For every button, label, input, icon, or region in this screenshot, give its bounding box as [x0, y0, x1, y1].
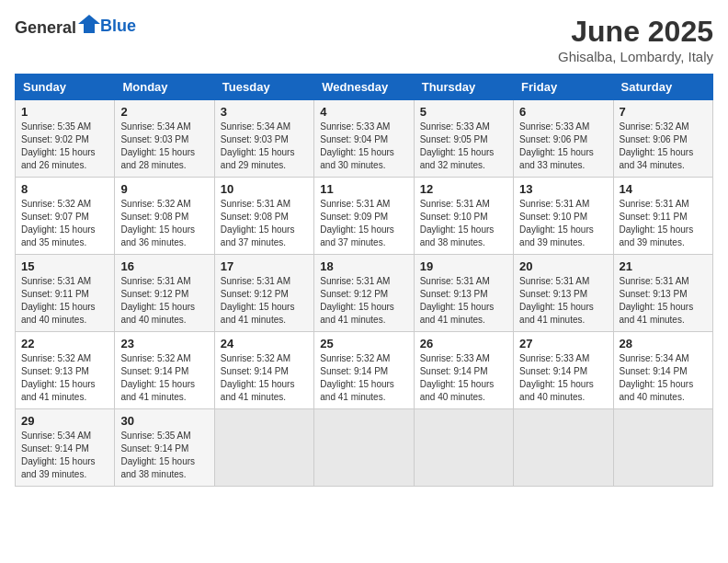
day-number: 11: [320, 182, 407, 196]
day-info: Sunrise: 5:33 AMSunset: 9:04 PMDaylight:…: [320, 121, 407, 172]
calendar-week-3: 15Sunrise: 5:31 AMSunset: 9:11 PMDayligh…: [16, 255, 713, 332]
day-number: 25: [320, 337, 407, 350]
day-number: 22: [21, 337, 108, 350]
calendar-cell: 4Sunrise: 5:33 AMSunset: 9:04 PMDaylight…: [314, 100, 414, 178]
day-number: 12: [420, 182, 507, 196]
logo-icon: [78, 15, 100, 33]
calendar-cell: 16Sunrise: 5:31 AMSunset: 9:12 PMDayligh…: [115, 255, 214, 332]
header-tuesday: Tuesday: [214, 75, 313, 100]
calendar-cell: 19Sunrise: 5:31 AMSunset: 9:13 PMDayligh…: [414, 255, 513, 332]
day-info: Sunrise: 5:34 AMSunset: 9:14 PMDaylight:…: [620, 352, 707, 404]
calendar-cell: [613, 409, 712, 487]
header-sunday: Sunday: [16, 75, 115, 100]
calendar-cell: 20Sunrise: 5:31 AMSunset: 9:13 PMDayligh…: [514, 255, 613, 332]
calendar-cell: [414, 409, 513, 487]
day-number: 24: [221, 337, 308, 350]
day-info: Sunrise: 5:32 AMSunset: 9:13 PMDaylight:…: [21, 352, 108, 404]
day-info: Sunrise: 5:32 AMSunset: 9:08 PMDaylight:…: [120, 198, 208, 249]
day-info: Sunrise: 5:34 AMSunset: 9:03 PMDaylight:…: [120, 121, 208, 172]
day-info: Sunrise: 5:33 AMSunset: 9:14 PMDaylight:…: [519, 352, 607, 404]
logo: General Blue: [15, 15, 136, 38]
day-info: Sunrise: 5:31 AMSunset: 9:13 PMDaylight:…: [519, 275, 607, 327]
calendar-cell: 22Sunrise: 5:32 AMSunset: 9:13 PMDayligh…: [16, 332, 115, 409]
calendar-cell: 15Sunrise: 5:31 AMSunset: 9:11 PMDayligh…: [16, 255, 115, 332]
day-info: Sunrise: 5:31 AMSunset: 9:08 PMDaylight:…: [221, 198, 308, 249]
calendar-cell: 17Sunrise: 5:31 AMSunset: 9:12 PMDayligh…: [214, 255, 313, 332]
header-monday: Monday: [115, 75, 214, 100]
day-info: Sunrise: 5:31 AMSunset: 9:12 PMDaylight:…: [120, 275, 208, 327]
day-number: 29: [21, 414, 108, 428]
day-number: 13: [519, 182, 607, 196]
day-number: 18: [320, 259, 407, 273]
calendar-cell: 27Sunrise: 5:33 AMSunset: 9:14 PMDayligh…: [514, 332, 613, 409]
day-info: Sunrise: 5:31 AMSunset: 9:12 PMDaylight:…: [221, 275, 308, 327]
logo-general: General: [15, 18, 76, 37]
day-number: 15: [21, 259, 108, 273]
day-info: Sunrise: 5:31 AMSunset: 9:13 PMDaylight:…: [620, 275, 707, 327]
day-number: 10: [221, 182, 308, 196]
day-info: Sunrise: 5:32 AMSunset: 9:07 PMDaylight:…: [21, 198, 108, 249]
calendar-cell: 14Sunrise: 5:31 AMSunset: 9:11 PMDayligh…: [613, 178, 712, 255]
calendar-cell: 5Sunrise: 5:33 AMSunset: 9:05 PMDaylight…: [414, 100, 513, 178]
day-info: Sunrise: 5:32 AMSunset: 9:14 PMDaylight:…: [320, 352, 407, 404]
calendar-cell: 26Sunrise: 5:33 AMSunset: 9:14 PMDayligh…: [414, 332, 513, 409]
day-info: Sunrise: 5:31 AMSunset: 9:11 PMDaylight:…: [620, 198, 707, 249]
calendar-cell: 2Sunrise: 5:34 AMSunset: 9:03 PMDaylight…: [115, 100, 214, 178]
calendar-cell: 9Sunrise: 5:32 AMSunset: 9:08 PMDaylight…: [115, 178, 214, 255]
header-wednesday: Wednesday: [314, 75, 414, 100]
day-number: 28: [620, 337, 707, 350]
day-number: 30: [120, 414, 208, 428]
calendar-cell: 11Sunrise: 5:31 AMSunset: 9:09 PMDayligh…: [314, 178, 414, 255]
logo-blue: Blue: [100, 17, 136, 35]
title-area: June 2025 Ghisalba, Lombardy, Italy: [558, 15, 713, 64]
calendar-week-4: 22Sunrise: 5:32 AMSunset: 9:13 PMDayligh…: [16, 332, 713, 409]
calendar-week-2: 8Sunrise: 5:32 AMSunset: 9:07 PMDaylight…: [16, 178, 713, 255]
day-info: Sunrise: 5:35 AMSunset: 9:02 PMDaylight:…: [21, 121, 108, 172]
calendar-cell: 3Sunrise: 5:34 AMSunset: 9:03 PMDaylight…: [214, 100, 313, 178]
day-number: 16: [120, 259, 208, 273]
day-number: 7: [620, 105, 707, 119]
day-number: 26: [420, 337, 507, 350]
calendar-cell: 10Sunrise: 5:31 AMSunset: 9:08 PMDayligh…: [214, 178, 313, 255]
day-info: Sunrise: 5:32 AMSunset: 9:14 PMDaylight:…: [120, 352, 208, 404]
day-info: Sunrise: 5:32 AMSunset: 9:14 PMDaylight:…: [221, 352, 308, 404]
calendar-cell: 18Sunrise: 5:31 AMSunset: 9:12 PMDayligh…: [314, 255, 414, 332]
day-number: 1: [21, 105, 108, 119]
calendar-body: 1Sunrise: 5:35 AMSunset: 9:02 PMDaylight…: [16, 100, 713, 487]
day-number: 8: [21, 182, 108, 196]
calendar-cell: 24Sunrise: 5:32 AMSunset: 9:14 PMDayligh…: [214, 332, 313, 409]
day-number: 6: [519, 105, 607, 119]
day-number: 2: [120, 105, 208, 119]
calendar-cell: 6Sunrise: 5:33 AMSunset: 9:06 PMDaylight…: [514, 100, 613, 178]
day-info: Sunrise: 5:33 AMSunset: 9:14 PMDaylight:…: [420, 352, 507, 404]
calendar-title: June 2025: [558, 15, 713, 49]
calendar-cell: 21Sunrise: 5:31 AMSunset: 9:13 PMDayligh…: [613, 255, 712, 332]
day-info: Sunrise: 5:34 AMSunset: 9:03 PMDaylight:…: [221, 121, 308, 172]
day-info: Sunrise: 5:31 AMSunset: 9:10 PMDaylight:…: [420, 198, 507, 249]
day-number: 27: [519, 337, 607, 350]
calendar-cell: 25Sunrise: 5:32 AMSunset: 9:14 PMDayligh…: [314, 332, 414, 409]
calendar-subtitle: Ghisalba, Lombardy, Italy: [558, 49, 713, 64]
calendar-header-row: SundayMondayTuesdayWednesdayThursdayFrid…: [16, 75, 713, 100]
calendar-cell: [514, 409, 613, 487]
day-info: Sunrise: 5:31 AMSunset: 9:11 PMDaylight:…: [21, 275, 108, 327]
header-friday: Friday: [514, 75, 613, 100]
calendar-table: SundayMondayTuesdayWednesdayThursdayFrid…: [15, 74, 713, 487]
calendar-cell: 29Sunrise: 5:34 AMSunset: 9:14 PMDayligh…: [16, 409, 115, 487]
calendar-cell: 13Sunrise: 5:31 AMSunset: 9:10 PMDayligh…: [514, 178, 613, 255]
day-number: 21: [620, 259, 707, 273]
svg-marker-0: [78, 15, 100, 33]
calendar-cell: 8Sunrise: 5:32 AMSunset: 9:07 PMDaylight…: [16, 178, 115, 255]
day-info: Sunrise: 5:31 AMSunset: 9:13 PMDaylight:…: [420, 275, 507, 327]
calendar-week-5: 29Sunrise: 5:34 AMSunset: 9:14 PMDayligh…: [16, 409, 713, 487]
calendar-week-1: 1Sunrise: 5:35 AMSunset: 9:02 PMDaylight…: [16, 100, 713, 178]
day-number: 23: [120, 337, 208, 350]
calendar-cell: 30Sunrise: 5:35 AMSunset: 9:14 PMDayligh…: [115, 409, 214, 487]
calendar-cell: [314, 409, 414, 487]
header-thursday: Thursday: [414, 75, 513, 100]
page-header: General Blue June 2025 Ghisalba, Lombard…: [15, 15, 713, 64]
header-saturday: Saturday: [613, 75, 712, 100]
calendar-cell: 28Sunrise: 5:34 AMSunset: 9:14 PMDayligh…: [613, 332, 712, 409]
day-info: Sunrise: 5:35 AMSunset: 9:14 PMDaylight:…: [120, 430, 208, 481]
day-info: Sunrise: 5:31 AMSunset: 9:09 PMDaylight:…: [320, 198, 407, 249]
